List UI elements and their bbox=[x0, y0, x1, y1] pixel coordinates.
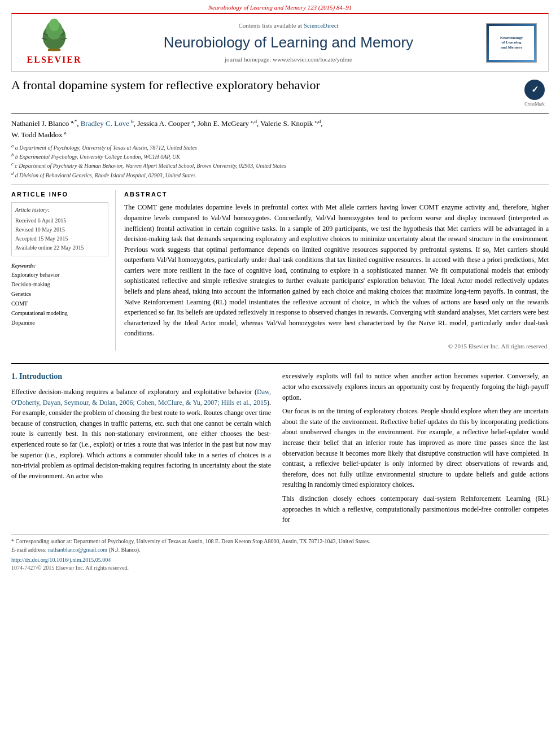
intro-right-column: excessively exploits will fail to notice… bbox=[282, 371, 549, 528]
keywords-label: Keywords: bbox=[11, 262, 108, 270]
abstract-header: ABSTRACT bbox=[124, 190, 549, 199]
received-date: Received 6 April 2015 bbox=[15, 216, 104, 225]
article-info-panel: ARTICLE INFO Article history: Received 6… bbox=[11, 190, 116, 351]
journal-title: Neurobiology of Learning and Memory bbox=[91, 32, 486, 53]
crossmark-badge-container[interactable]: ✓ CrossMark bbox=[520, 80, 549, 107]
abstract-section: ABSTRACT The COMT gene modulates dopamin… bbox=[124, 190, 549, 351]
keyword-1: Exploratory behavior bbox=[11, 270, 108, 279]
keyword-6: Dopamine bbox=[11, 318, 108, 327]
publisher-logo: ELSEVIER bbox=[18, 19, 91, 66]
elsevier-wordmark: ELSEVIER bbox=[27, 54, 82, 66]
article-title: A frontal dopamine system for reflective… bbox=[11, 77, 520, 94]
introduction-section: 1. Introduction Effective decision-makin… bbox=[11, 371, 549, 528]
affiliation-a: a a Department of Psychology, University… bbox=[11, 143, 549, 152]
keyword-4: COMT bbox=[11, 299, 108, 308]
intro-left-column: 1. Introduction Effective decision-makin… bbox=[11, 371, 271, 528]
elsevier-logo: ELSEVIER bbox=[18, 19, 91, 66]
copyright-line: © 2015 Elsevier Inc. All rights reserved… bbox=[124, 342, 549, 351]
affiliation-b: b b Experimental Psychology, University … bbox=[11, 152, 549, 161]
intro-paragraph-3: Our focus is on the timing of explorator… bbox=[282, 406, 549, 490]
sciencedirect-anchor[interactable]: ScienceDirect bbox=[304, 22, 339, 29]
content-grid: ARTICLE INFO Article history: Received 6… bbox=[11, 190, 549, 351]
issn-text: 1074-7427/© 2015 Elsevier Inc. All right… bbox=[11, 564, 549, 572]
crossmark-label: CrossMark bbox=[524, 101, 545, 107]
authors-line: Nathaniel J. Blanco a,*, Bradley C. Love… bbox=[11, 118, 549, 141]
journal-citation: Neurobiology of Learning and Memory 123 … bbox=[0, 0, 560, 13]
revised-date: Revised 10 May 2015 bbox=[15, 225, 104, 234]
available-date: Available online 22 May 2015 bbox=[15, 243, 104, 252]
keyword-5: Computational modeling bbox=[11, 308, 108, 318]
keyword-2: Decision-making bbox=[11, 279, 108, 289]
journal-banner: ELSEVIER Contents lists available at Sci… bbox=[11, 13, 549, 71]
svg-point-3 bbox=[49, 19, 59, 31]
svg-rect-4 bbox=[48, 49, 60, 51]
journal-thumbnail: Neurobiologyof Learningand Memory bbox=[486, 23, 542, 63]
doi-section: http://dx.doi.org/10.1016/j.nlm.2015.05.… bbox=[11, 556, 549, 572]
author-bradley-love[interactable]: Bradley C. Love bbox=[81, 119, 129, 128]
journal-homepage: journal homepage: www.elsevier.com/locat… bbox=[91, 55, 486, 64]
thumb-title: Neurobiologyof Learningand Memory bbox=[500, 36, 523, 50]
crossmark-icon: ✓ bbox=[524, 80, 545, 100]
article-body: A frontal dopamine system for reflective… bbox=[11, 72, 549, 357]
intro-section-title: 1. Introduction bbox=[11, 371, 271, 382]
accepted-date: Accepted 15 May 2015 bbox=[15, 234, 104, 243]
cite-daw[interactable]: Daw, O'Doherty, Dayan, Seymour, & Dolan,… bbox=[11, 388, 271, 407]
affiliation-d: d d Division of Behavioral Genetics, Rho… bbox=[11, 171, 549, 180]
intro-paragraph-2: excessively exploits will fail to notice… bbox=[282, 371, 549, 403]
email-link[interactable]: nathanblanco@gmail.com bbox=[48, 547, 107, 553]
journal-title-section: Contents lists available at ScienceDirec… bbox=[91, 21, 486, 64]
article-history-box: Article history: Received 6 April 2015 R… bbox=[11, 202, 108, 256]
footnote-section: * Corresponding author at: Department of… bbox=[11, 534, 549, 554]
affiliation-c: c c Department of Psychiatry & Human Beh… bbox=[11, 161, 549, 170]
intro-paragraph-1: Effective decision-making requires a bal… bbox=[11, 387, 271, 481]
sciencedirect-link: Contents lists available at ScienceDirec… bbox=[91, 21, 486, 30]
elsevier-tree-icon bbox=[32, 19, 77, 53]
intro-paragraph-4: This distinction closely echoes contempo… bbox=[282, 493, 549, 525]
corresponding-author-note: * Corresponding author at: Department of… bbox=[11, 537, 549, 554]
article-title-section: A frontal dopamine system for reflective… bbox=[11, 77, 549, 113]
keywords-section: Keywords: Exploratory behavior Decision-… bbox=[11, 262, 108, 327]
section-divider bbox=[11, 363, 549, 364]
affiliations: a a Department of Psychology, University… bbox=[11, 143, 549, 185]
doi-link[interactable]: http://dx.doi.org/10.1016/j.nlm.2015.05.… bbox=[11, 556, 549, 564]
article-info-header: ARTICLE INFO bbox=[11, 190, 108, 199]
abstract-text: The COMT gene modulates dopamine levels … bbox=[124, 202, 549, 339]
history-label: Article history: bbox=[15, 206, 104, 214]
journal-cover-image: Neurobiologyof Learningand Memory bbox=[486, 23, 537, 63]
keyword-3: Genetics bbox=[11, 289, 108, 299]
closely-word: closely bbox=[333, 495, 352, 503]
